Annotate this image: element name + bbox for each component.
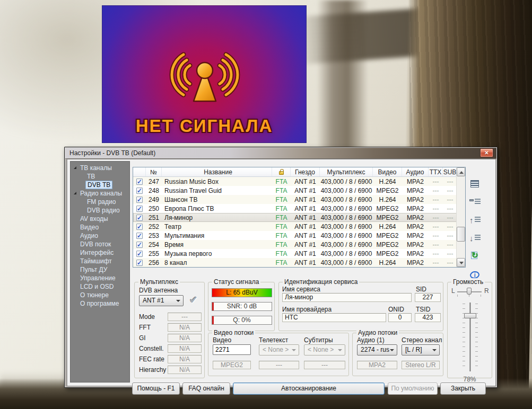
volume-group-title: Громкость bbox=[451, 278, 485, 286]
balance-left-label: L bbox=[451, 287, 455, 295]
header-checkbox-col[interactable] bbox=[133, 167, 146, 176]
chevron-down-icon bbox=[432, 349, 437, 351]
table-header[interactable]: № Название Гнездо Мультиплекс Видео Ауди… bbox=[133, 167, 465, 177]
checkbox-icon bbox=[136, 215, 143, 221]
table-row[interactable]: 252 Театр FTA ANT #1 403,000 / 8 / 6900 … bbox=[133, 222, 465, 231]
table-row[interactable]: 248 Russian Travel Guid FTA ANT #1 403,0… bbox=[133, 186, 465, 195]
header-name[interactable]: Название bbox=[162, 167, 272, 176]
autoscan-button[interactable]: Автосканирование bbox=[233, 383, 385, 395]
antenna-select[interactable]: ANT #1 bbox=[139, 295, 184, 306]
stereo-select[interactable]: [L / R] bbox=[402, 344, 440, 355]
row-checkbox[interactable] bbox=[133, 213, 146, 222]
title-bar[interactable]: Настройки - DVB ТВ (Default) bbox=[65, 148, 496, 159]
balance-ticks bbox=[457, 295, 482, 297]
tree-item-about-program[interactable]: О программе bbox=[71, 299, 129, 308]
header-sub[interactable]: SUB bbox=[443, 167, 457, 176]
row-checkbox[interactable] bbox=[133, 249, 146, 258]
row-checkbox[interactable] bbox=[133, 240, 146, 249]
close-window-button[interactable]: ✕ bbox=[480, 148, 493, 157]
service-id-group: Идентификация сервиса Имя сервиса SID Ля… bbox=[278, 282, 443, 331]
window-content: ТВ каналы ТВ DVB ТВ Радио каналы FM ради… bbox=[67, 159, 496, 386]
tree-item-fm-radio[interactable]: FM радио bbox=[71, 198, 129, 206]
volume-slider-thumb[interactable] bbox=[464, 313, 476, 318]
row-checkbox[interactable] bbox=[133, 204, 146, 213]
close-button[interactable]: Закрыть bbox=[440, 383, 486, 395]
service-name-field: Ля-минор bbox=[282, 293, 412, 302]
header-multiplex[interactable]: Мультиплекс bbox=[320, 167, 373, 176]
hierarchy-field: N/A bbox=[168, 366, 202, 374]
header-ttx[interactable]: TTX bbox=[429, 167, 443, 176]
row-checkbox[interactable] bbox=[133, 222, 146, 231]
header-slot[interactable]: Гнездо bbox=[291, 167, 320, 176]
header-audio[interactable]: Аудио bbox=[402, 167, 429, 176]
row-checkbox[interactable] bbox=[133, 195, 146, 204]
refresh-list-button[interactable]: ↻ bbox=[469, 251, 481, 261]
teletext-select[interactable]: < None > bbox=[259, 344, 299, 355]
checkbox-icon bbox=[136, 233, 143, 239]
defaults-button[interactable]: По умолчанию bbox=[388, 383, 438, 395]
tree-item-remote[interactable]: Пульт ДУ bbox=[71, 265, 129, 274]
balance-slider-thumb[interactable] bbox=[467, 288, 472, 295]
video-streams-title: Видео потоки bbox=[212, 329, 255, 336]
row-checkbox[interactable] bbox=[133, 177, 146, 186]
signal-status-group: Статус сигнала L: 65 dBuV SNR: 0 dB Q: 0… bbox=[208, 282, 275, 331]
onid-field: 0 bbox=[388, 313, 412, 322]
scroll-up-button[interactable] bbox=[457, 167, 465, 176]
tree-item-interface[interactable]: Интерфейс bbox=[71, 248, 129, 257]
tree-item-tv[interactable]: ТВ bbox=[71, 172, 129, 181]
faq-button[interactable]: FAQ онлайн bbox=[182, 383, 230, 395]
header-number[interactable]: № bbox=[146, 167, 162, 176]
video-streams-group: Видео потоки Видео Телетекст Субтитры < … bbox=[208, 333, 349, 376]
table-scrollbar[interactable] bbox=[456, 167, 465, 267]
checkbox-icon bbox=[136, 260, 143, 266]
scrollbar-thumb[interactable] bbox=[457, 227, 465, 242]
remove-channel-button[interactable] bbox=[469, 197, 481, 208]
tree-item-audio[interactable]: Аудио bbox=[71, 232, 129, 240]
multiplex-group: Мультиплекс DVB антенна ANT #1 ✔ Mode --… bbox=[134, 282, 205, 378]
move-down-button[interactable]: ↓ bbox=[469, 233, 481, 244]
expander-icon[interactable] bbox=[74, 166, 76, 169]
audio-select[interactable]: 2274 - rus bbox=[357, 344, 397, 355]
tree-item-control[interactable]: Управление bbox=[71, 274, 129, 282]
arrow-down-icon: ↓ bbox=[469, 234, 474, 243]
table-row-selected[interactable]: 251 Ля-минор FTA ANT #1 403,000 / 8 / 69… bbox=[133, 213, 465, 222]
tree-item-dvb-tv[interactable]: DVB ТВ bbox=[71, 181, 129, 189]
subtitles-select[interactable]: < None > bbox=[304, 344, 345, 355]
table-row[interactable]: 250 Европа Плюс ТВ FTA ANT #1 403,000 / … bbox=[133, 204, 465, 213]
table-row[interactable]: 255 Музыка первого FTA ANT #1 403,000 / … bbox=[133, 249, 465, 258]
header-video[interactable]: Видео bbox=[373, 167, 402, 176]
apply-antenna-button[interactable]: ✔ bbox=[189, 294, 198, 306]
help-button[interactable]: Помощь - F1 bbox=[132, 383, 180, 395]
tree-item-tv-channels[interactable]: ТВ каналы bbox=[71, 164, 129, 172]
snr-bar: SNR: 0 dB bbox=[212, 302, 272, 311]
gi-field: N/A bbox=[168, 334, 202, 342]
move-up-button[interactable]: ↑ bbox=[469, 215, 481, 226]
tree-item-av-inputs[interactable]: AV входы bbox=[71, 215, 129, 223]
table-row[interactable]: 247 Russian Music Box FTA ANT #1 403,000… bbox=[133, 177, 465, 186]
scroll-down-button[interactable] bbox=[457, 258, 465, 267]
row-checkbox[interactable] bbox=[133, 258, 146, 267]
tree-item-video[interactable]: Видео bbox=[71, 223, 129, 232]
checkbox-icon bbox=[136, 197, 143, 203]
table-row[interactable]: 254 Время FTA ANT #1 403,000 / 8 / 6900 … bbox=[133, 240, 465, 249]
service-name-label: Имя сервиса bbox=[282, 286, 320, 293]
expander-icon[interactable] bbox=[74, 192, 76, 194]
refresh-icon: ↻ bbox=[472, 251, 478, 260]
table-row[interactable]: 256 8 канал FTA ANT #1 403,000 / 8 / 690… bbox=[133, 258, 465, 267]
table-row[interactable]: 253 Мультимания FTA ANT #1 403,000 / 8 /… bbox=[133, 231, 465, 240]
tree-item-lcd-osd[interactable]: LCD и OSD bbox=[71, 282, 129, 291]
tree-item-timeshift[interactable]: Таймшифт bbox=[71, 257, 129, 265]
video-pid-label: Видео bbox=[213, 336, 231, 344]
row-checkbox[interactable] bbox=[133, 231, 146, 240]
tree-item-about-tuner[interactable]: О тюнере bbox=[71, 291, 129, 299]
video-pid-input[interactable] bbox=[213, 344, 251, 355]
tree-item-radio-channels[interactable]: Радио каналы bbox=[71, 189, 129, 198]
settings-tree: ТВ каналы ТВ DVB ТВ Радио каналы FM ради… bbox=[70, 161, 130, 383]
tree-item-dvb-stream[interactable]: DVB поток bbox=[71, 240, 129, 248]
table-row[interactable]: 249 Шансон ТВ FTA ANT #1 403,000 / 8 / 6… bbox=[133, 195, 465, 204]
antenna-label: DVB антенна bbox=[139, 287, 178, 294]
row-checkbox[interactable] bbox=[133, 186, 146, 195]
tree-item-dvb-radio[interactable]: DVB радио bbox=[71, 206, 129, 215]
channel-list-button[interactable] bbox=[469, 179, 481, 190]
header-encryption[interactable] bbox=[272, 167, 291, 176]
